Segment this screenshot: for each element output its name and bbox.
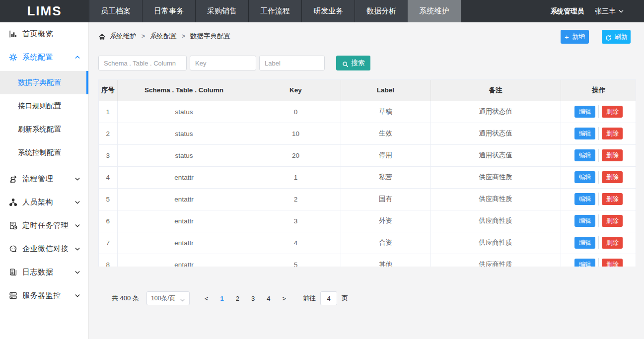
nav-tab-system-maintenance[interactable]: 系统维护 bbox=[408, 0, 461, 22]
sidebar-subitem-interface-rule-config[interactable]: 接口规则配置 bbox=[0, 94, 88, 118]
sidebar-item-personnel-structure[interactable]: 人员架构 bbox=[0, 191, 88, 214]
total-count-label: 共 400 条 bbox=[112, 294, 139, 303]
sidebar-item-log-data[interactable]: 日志数据 bbox=[0, 261, 88, 284]
table-row: 3 status 20 停用 通用状态值 编辑删除 bbox=[99, 144, 636, 166]
goto-page-input[interactable] bbox=[320, 291, 337, 305]
nav-tab-data-analysis[interactable]: 数据分析 bbox=[355, 0, 408, 22]
table-row: 2 status 10 生效 通用状态值 编辑删除 bbox=[99, 123, 636, 144]
edit-button[interactable]: 编辑 bbox=[574, 259, 595, 267]
sidebar-subitem-data-dictionary-config[interactable]: 数据字典配置 bbox=[0, 71, 88, 94]
app-window: LIMS 员工档案 日常事务 采购销售 工作流程 研发业务 数据分析 系统维护 … bbox=[0, 0, 644, 339]
sidebar-item-home-overview[interactable]: 首页概览 bbox=[0, 22, 88, 46]
refresh-button[interactable]: 刷新 bbox=[602, 30, 631, 44]
page-number-1[interactable]: 1 bbox=[215, 295, 230, 302]
breadcrumb-system-maintenance[interactable]: 系统维护 bbox=[110, 32, 137, 41]
edit-button[interactable]: 编辑 bbox=[574, 128, 595, 139]
col-header-actions: 操作 bbox=[561, 80, 636, 101]
cell-index: 2 bbox=[99, 123, 117, 144]
edit-button[interactable]: 编辑 bbox=[574, 171, 595, 183]
home-icon bbox=[98, 32, 106, 41]
delete-button[interactable]: 删除 bbox=[602, 128, 623, 139]
cell-key: 0 bbox=[251, 101, 341, 123]
table-row: 8 entattr 5 其他 供应商性质 编辑删除 bbox=[99, 254, 636, 267]
nav-tab-workflow[interactable]: 工作流程 bbox=[248, 0, 301, 22]
user-menu[interactable]: 张三丰 bbox=[595, 7, 624, 16]
sidebar-item-label: 定时任务管理 bbox=[22, 221, 69, 230]
goto-unit-label: 页 bbox=[342, 294, 348, 303]
edit-button[interactable]: 编辑 bbox=[574, 215, 595, 227]
table-row: 6 entattr 3 外资 供应商性质 编辑删除 bbox=[99, 210, 636, 232]
chevron-down-icon bbox=[74, 291, 80, 300]
search-button[interactable]: 搜索 bbox=[336, 56, 370, 70]
org-icon bbox=[9, 198, 17, 206]
cell-label: 私营 bbox=[341, 166, 430, 188]
goto-page-group: 前往 页 bbox=[303, 291, 348, 305]
breadcrumb: 系统维护 > 系统配置 > 数据字典配置 bbox=[98, 32, 230, 41]
user-role-label: 系统管理员 bbox=[551, 7, 584, 16]
nav-tab-employee-files[interactable]: 员工档案 bbox=[89, 0, 142, 22]
page-number-4[interactable]: 4 bbox=[261, 295, 276, 302]
schema-table-column-input[interactable] bbox=[98, 56, 187, 70]
chevron-down-icon bbox=[74, 175, 80, 183]
cell-column: entattr bbox=[117, 232, 251, 254]
key-input[interactable] bbox=[190, 56, 256, 70]
delete-button[interactable]: 删除 bbox=[602, 171, 623, 183]
edit-button[interactable]: 编辑 bbox=[574, 106, 595, 118]
app-logo: LIMS bbox=[0, 0, 89, 22]
breadcrumb-separator: > bbox=[142, 33, 145, 40]
chevron-up-icon bbox=[74, 53, 80, 62]
sidebar-item-label: 系统配置 bbox=[22, 53, 53, 62]
label-input[interactable] bbox=[259, 56, 325, 70]
sidebar-item-system-config[interactable]: 系统配置 bbox=[0, 46, 88, 69]
cell-remark: 通用状态值 bbox=[430, 123, 561, 144]
sidebar-subitem-refresh-system-config[interactable]: 刷新系统配置 bbox=[0, 118, 88, 141]
cell-label: 停用 bbox=[341, 144, 430, 166]
search-button-label: 搜索 bbox=[352, 59, 365, 68]
edit-button[interactable]: 编辑 bbox=[574, 237, 595, 249]
chevron-down-icon bbox=[618, 7, 624, 15]
cell-label: 国有 bbox=[341, 188, 430, 210]
cell-key: 10 bbox=[251, 123, 341, 144]
gear-icon bbox=[9, 53, 17, 62]
delete-button[interactable]: 删除 bbox=[602, 237, 623, 249]
cell-index: 5 bbox=[99, 188, 117, 210]
nav-tab-purchase-sales[interactable]: 采购销售 bbox=[195, 0, 248, 22]
col-header-key: Key bbox=[251, 80, 341, 101]
cell-key: 5 bbox=[251, 254, 341, 267]
cell-key: 1 bbox=[251, 166, 341, 188]
cell-column: entattr bbox=[117, 254, 251, 267]
system-config-submenu: 数据字典配置 接口规则配置 刷新系统配置 系统控制配置 bbox=[0, 71, 88, 164]
add-button[interactable]: + 新增 bbox=[561, 30, 589, 44]
sidebar-item-server-monitoring[interactable]: 服务器监控 bbox=[0, 284, 88, 307]
sidebar-item-scheduled-task-management[interactable]: 定时任务管理 bbox=[0, 214, 88, 237]
chevron-down-icon bbox=[74, 268, 80, 276]
top-nav: 员工档案 日常事务 采购销售 工作流程 研发业务 数据分析 系统维护 bbox=[89, 0, 461, 22]
delete-button[interactable]: 删除 bbox=[602, 106, 623, 118]
cell-label: 生效 bbox=[341, 123, 430, 144]
delete-button[interactable]: 删除 bbox=[602, 193, 623, 205]
nav-tab-rd-business[interactable]: 研发业务 bbox=[301, 0, 355, 22]
page-number-2[interactable]: 2 bbox=[230, 295, 245, 302]
next-page-button[interactable]: > bbox=[276, 295, 292, 302]
action-divider bbox=[598, 127, 599, 140]
breadcrumb-system-config[interactable]: 系统配置 bbox=[150, 32, 177, 41]
edit-button[interactable]: 编辑 bbox=[574, 193, 595, 205]
pagination: 共 400 条 100条/页 < 1 2 3 4 > 前往 页 bbox=[112, 291, 348, 305]
cell-key: 20 bbox=[251, 144, 341, 166]
page-size-select[interactable]: 100条/页 bbox=[146, 291, 190, 305]
cell-column: status bbox=[117, 123, 251, 144]
delete-button[interactable]: 删除 bbox=[602, 215, 623, 227]
sidebar-item-label: 人员架构 bbox=[22, 198, 53, 207]
cell-label: 草稿 bbox=[341, 101, 430, 123]
delete-button[interactable]: 删除 bbox=[602, 259, 623, 267]
breadcrumb-data-dictionary-config[interactable]: 数据字典配置 bbox=[190, 32, 230, 41]
page-number-3[interactable]: 3 bbox=[245, 295, 261, 302]
edit-button[interactable]: 编辑 bbox=[574, 149, 595, 161]
delete-button[interactable]: 删除 bbox=[602, 149, 623, 161]
sidebar-subitem-system-control-config[interactable]: 系统控制配置 bbox=[0, 141, 88, 164]
sidebar-item-process-management[interactable]: 流程管理 bbox=[0, 167, 88, 191]
nav-tab-daily-affairs[interactable]: 日常事务 bbox=[142, 0, 195, 22]
prev-page-button[interactable]: < bbox=[199, 295, 215, 302]
cell-column: entattr bbox=[117, 210, 251, 232]
sidebar-item-wechat-work-integration[interactable]: 企业微信对接 bbox=[0, 237, 88, 261]
